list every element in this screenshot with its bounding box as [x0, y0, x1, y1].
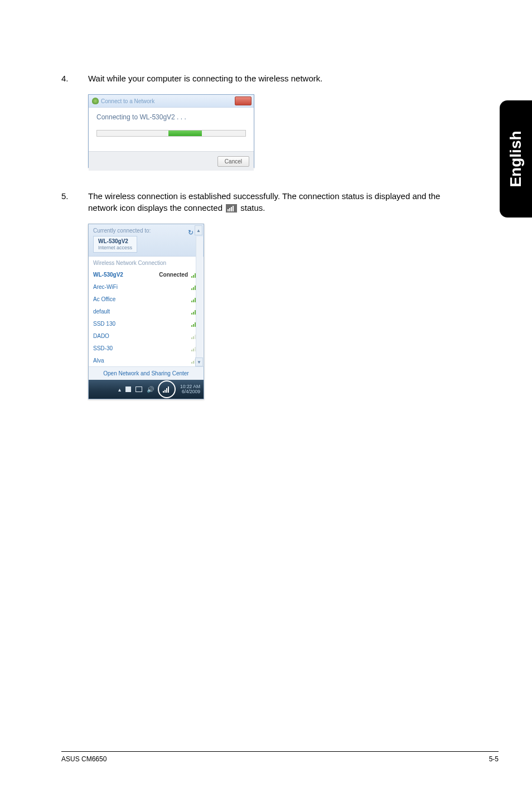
- current-connection-tag[interactable]: WL-530gV2 Internet access: [93, 236, 137, 253]
- network-item[interactable]: Alva: [89, 354, 204, 366]
- action-center-icon[interactable]: [125, 386, 131, 392]
- network-name: SSD-30: [93, 345, 113, 351]
- network-name: SSD 130: [93, 321, 115, 327]
- step-4: 4. Wait while your computer is connectin…: [61, 73, 468, 84]
- dialog-title: Connect to a Network: [101, 98, 154, 104]
- open-network-center-link[interactable]: Open Network and Sharing Center: [89, 366, 204, 380]
- network-item[interactable]: SSD-30: [89, 342, 204, 354]
- network-tray-icon[interactable]: [158, 380, 176, 398]
- refresh-icon[interactable]: ↻: [188, 229, 194, 236]
- connecting-label: Connecting to WL-530gV2 . . .: [96, 113, 246, 121]
- page-footer: ASUS CM6650 5-5: [61, 751, 499, 763]
- step-5: 5. The wireless connection is establishe…: [61, 190, 468, 214]
- footer-left: ASUS CM6650: [61, 755, 107, 763]
- step-text: Wait while your computer is connecting t…: [88, 73, 468, 84]
- network-item[interactable]: DADO: [89, 330, 204, 342]
- keyboard-icon[interactable]: [136, 386, 142, 392]
- speaker-icon[interactable]: 🔊: [147, 386, 154, 393]
- current-connection-name: WL-530gV2: [98, 238, 128, 244]
- dialog-body: Connecting to WL-530gV2 . . .: [89, 108, 254, 151]
- signal-bars-icon: [226, 204, 237, 212]
- network-item[interactable]: Arec-WiFi: [89, 281, 204, 293]
- section-label: Wireless Network Connection: [93, 260, 166, 266]
- cancel-button[interactable]: Cancel: [217, 156, 249, 167]
- taskbar-clock[interactable]: 10:22 AM 6/4/2009: [180, 384, 200, 395]
- network-popup: Currently connected to: WL-530gV2 Intern…: [88, 224, 204, 399]
- network-name: default: [93, 308, 110, 315]
- scrollbar[interactable]: [196, 236, 203, 360]
- wireless-section-header: Wireless Network Connection ˄: [89, 257, 204, 268]
- network-item[interactable]: WL-530gV2Connected: [89, 268, 204, 281]
- network-name: Alva: [93, 357, 104, 364]
- tray-arrow-icon[interactable]: ▴: [118, 386, 121, 393]
- step5-text-after: status.: [240, 203, 265, 212]
- scroll-up-icon[interactable]: ▲: [195, 225, 202, 235]
- network-name: Ac Office: [93, 296, 115, 302]
- scroll-down-icon[interactable]: ▼: [195, 357, 203, 366]
- network-name: DADO: [93, 333, 109, 339]
- taskbar: ▴ 🔊 10:22 AM 6/4/2009: [89, 380, 204, 399]
- progress-bar: [96, 130, 246, 137]
- network-name: Arec-WiFi: [93, 284, 118, 290]
- network-list: WL-530gV2ConnectedArec-WiFiAc Officedefa…: [89, 268, 204, 366]
- network-name: WL-530gV2: [93, 272, 123, 278]
- connect-dialog: Connect to a Network Connecting to WL-53…: [88, 94, 254, 168]
- page-content: 4. Wait while your computer is connectin…: [61, 73, 468, 399]
- network-status: Connected: [159, 272, 188, 278]
- network-item[interactable]: Ac Office: [89, 293, 204, 305]
- popup-header: Currently connected to: WL-530gV2 Intern…: [89, 224, 204, 257]
- progress-fill: [168, 131, 202, 136]
- signal-bars-icon: [163, 386, 171, 393]
- close-icon[interactable]: [235, 96, 252, 105]
- network-item[interactable]: default: [89, 305, 204, 317]
- dialog-titlebar: Connect to a Network: [89, 95, 254, 108]
- footer-right: 5-5: [489, 755, 499, 763]
- current-connection-sub: Internet access: [98, 245, 132, 250]
- shield-icon: [92, 98, 99, 104]
- network-item[interactable]: SSD 130: [89, 317, 204, 330]
- step-number: 5.: [61, 190, 72, 214]
- step-number: 4.: [61, 73, 72, 84]
- currently-connected-label: Currently connected to:: [93, 228, 199, 234]
- language-tab: English: [500, 100, 532, 218]
- step-text: The wireless connection is established s…: [88, 190, 468, 214]
- clock-date: 6/4/2009: [180, 389, 200, 394]
- dialog-footer: Cancel: [89, 151, 254, 171]
